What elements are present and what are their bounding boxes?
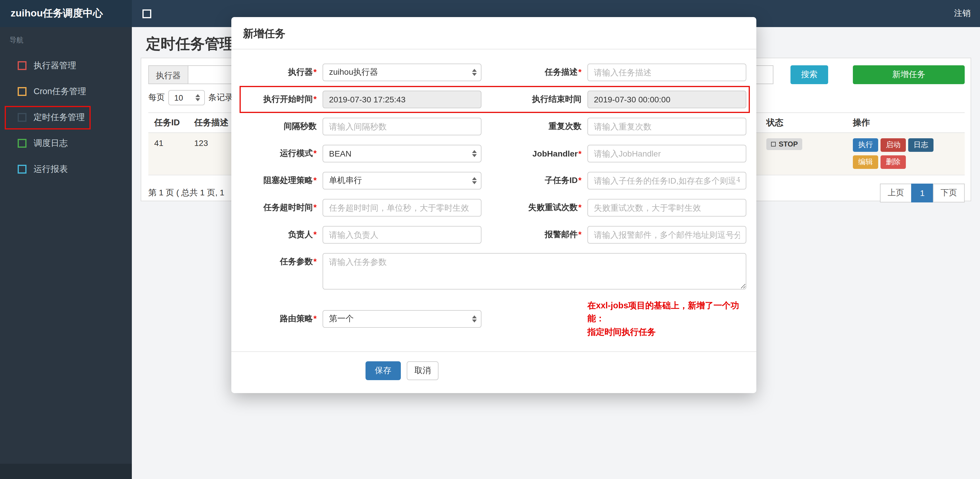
next-page-button[interactable]: 下页 <box>933 184 965 202</box>
run-mode-label: 运行模式* <box>239 148 323 159</box>
required-mark: * <box>578 202 582 212</box>
sidebar-item-label: 执行器管理 <box>33 60 76 71</box>
modal-body: 执行器* zuihou执行器 任务描述* 执行开始时间* 执行结束时间 间隔秒数… <box>231 49 756 352</box>
sidebar-item-scheduled-task-mgmt[interactable]: 定时任务管理 <box>0 104 132 130</box>
pagination-summary: 第 1 页 ( 总共 1 页, 1 <box>148 188 224 198</box>
square-icon <box>18 87 27 95</box>
prev-page-button[interactable]: 上页 <box>880 184 912 202</box>
route-strategy-select-value: 第一个 <box>329 313 354 324</box>
job-param-textarea[interactable] <box>323 253 746 290</box>
required-mark: * <box>578 67 582 76</box>
status-badge: STOP <box>766 138 803 150</box>
square-icon <box>18 113 27 121</box>
block-strategy-select[interactable]: 单机串行 <box>323 172 482 189</box>
sidebar: 导航 执行器管理 Cron任务管理 定时任务管理 调度日志 运行报表 <box>0 27 132 479</box>
per-page-value: 10 <box>174 93 183 102</box>
required-mark: * <box>578 175 582 185</box>
start-time-input[interactable] <box>323 91 482 108</box>
fail-retry-label: 失败重试次数* <box>482 202 587 213</box>
nav-section-label: 导航 <box>0 27 132 53</box>
cell-task-id: 41 <box>154 138 194 148</box>
save-button[interactable]: 保存 <box>366 361 401 380</box>
modal-footer: 保存 取消 <box>231 352 756 393</box>
block-strategy-label: 阻塞处理策略* <box>239 175 323 186</box>
route-strategy-select[interactable]: 第一个 <box>323 310 482 328</box>
col-actions: 操作 <box>853 117 965 128</box>
run-mode-select-value: BEAN <box>329 149 352 158</box>
cancel-button[interactable]: 取消 <box>407 361 439 380</box>
repeat-count-label: 重复次数 <box>482 121 587 132</box>
required-mark: * <box>313 148 317 158</box>
alarm-email-input[interactable] <box>587 226 746 243</box>
repeat-count-input[interactable] <box>587 118 746 135</box>
block-strategy-select-value: 单机串行 <box>329 175 362 186</box>
form-row-owner-email: 负责人* 报警邮件* <box>239 226 746 243</box>
job-param-label: 任务参数* <box>239 253 323 267</box>
end-time-input[interactable] <box>587 91 746 108</box>
sidebar-item-executor-mgmt[interactable]: 执行器管理 <box>0 53 132 78</box>
sidebar-item-label: 运行报表 <box>33 163 68 175</box>
timeout-input[interactable] <box>323 199 482 216</box>
route-strategy-label: 路由策略* <box>239 313 323 324</box>
select-arrows-icon <box>472 315 477 322</box>
sidebar-footer <box>0 464 132 479</box>
form-row-block-child: 阻塞处理策略* 单机串行 子任务ID* <box>239 172 746 189</box>
sidebar-item-run-report[interactable]: 运行报表 <box>0 156 132 182</box>
search-button[interactable]: 搜索 <box>791 65 828 84</box>
required-mark: * <box>313 256 317 266</box>
end-time-label: 执行结束时间 <box>482 94 587 105</box>
required-mark: * <box>313 67 317 76</box>
feature-note-line1: 在xxl-jobs项目的基础上，新增了一个功能： <box>587 299 746 325</box>
sidebar-item-cron-task-mgmt[interactable]: Cron任务管理 <box>0 78 132 104</box>
feature-note-line2: 指定时间执行任务 <box>587 325 746 339</box>
app-root: zuihou任务调度中心 注销 导航 执行器管理 Cron任务管理 定时任务管理… <box>0 0 980 479</box>
col-status: 状态 <box>766 117 853 128</box>
brand: zuihou任务调度中心 <box>0 0 132 27</box>
status-label: STOP <box>779 140 798 148</box>
required-mark: * <box>313 313 317 323</box>
square-icon <box>18 61 27 70</box>
timeout-label: 任务超时时间* <box>239 202 323 213</box>
sidebar-item-label: 定时任务管理 <box>33 111 85 123</box>
form-row-executor-desc: 执行器* zuihou执行器 任务描述* <box>239 64 746 81</box>
required-mark: * <box>578 149 582 158</box>
delete-button[interactable]: 删除 <box>881 155 906 169</box>
child-job-id-input[interactable] <box>587 172 746 189</box>
pagination: 上页 1 下页 <box>881 184 965 202</box>
interval-label: 间隔秒数 <box>239 121 323 132</box>
form-row-job-param: 任务参数* <box>239 253 746 290</box>
sidebar-item-dispatch-log[interactable]: 调度日志 <box>0 130 132 156</box>
owner-input[interactable] <box>323 226 482 243</box>
required-mark: * <box>313 94 317 103</box>
run-mode-select[interactable]: BEAN <box>323 145 482 162</box>
sidebar-toggle-button[interactable] <box>142 9 151 18</box>
per-page-suffix: 条记录 <box>208 92 233 103</box>
executor-label: 执行器* <box>239 67 323 78</box>
feature-note: 在xxl-jobs项目的基础上，新增了一个功能： 指定时间执行任务 <box>587 299 746 339</box>
form-row-interval-repeat: 间隔秒数 重复次数 <box>239 118 746 135</box>
per-page-select[interactable]: 10 <box>168 90 205 105</box>
square-icon <box>18 138 27 147</box>
executor-select-value: zuihou执行器 <box>329 67 378 78</box>
executor-select[interactable]: zuihou执行器 <box>323 64 482 81</box>
child-job-id-label: 子任务ID* <box>482 175 587 186</box>
add-task-button[interactable]: 新增任务 <box>853 65 965 84</box>
start-button[interactable]: 启动 <box>881 138 906 152</box>
fail-retry-input[interactable] <box>587 199 746 216</box>
interval-input[interactable] <box>323 118 482 135</box>
execute-button[interactable]: 执行 <box>853 138 878 152</box>
job-desc-label: 任务描述* <box>482 67 587 78</box>
job-handler-input[interactable] <box>587 145 746 162</box>
edit-button[interactable]: 编辑 <box>853 155 878 169</box>
job-desc-input[interactable] <box>587 64 746 81</box>
alarm-email-label: 报警邮件* <box>482 229 587 240</box>
logout-link[interactable]: 注销 <box>954 8 970 19</box>
row-actions: 执行 启动 日志 编辑 删除 <box>853 138 941 172</box>
page-title: 定时任务管理 <box>146 34 234 54</box>
required-mark: * <box>578 229 582 239</box>
col-task-id: 任务ID <box>154 117 194 128</box>
page-1-button[interactable]: 1 <box>911 184 934 202</box>
log-button[interactable]: 日志 <box>908 138 934 152</box>
square-icon <box>18 164 27 173</box>
form-row-timeout-retry: 任务超时时间* 失败重试次数* <box>239 199 746 216</box>
